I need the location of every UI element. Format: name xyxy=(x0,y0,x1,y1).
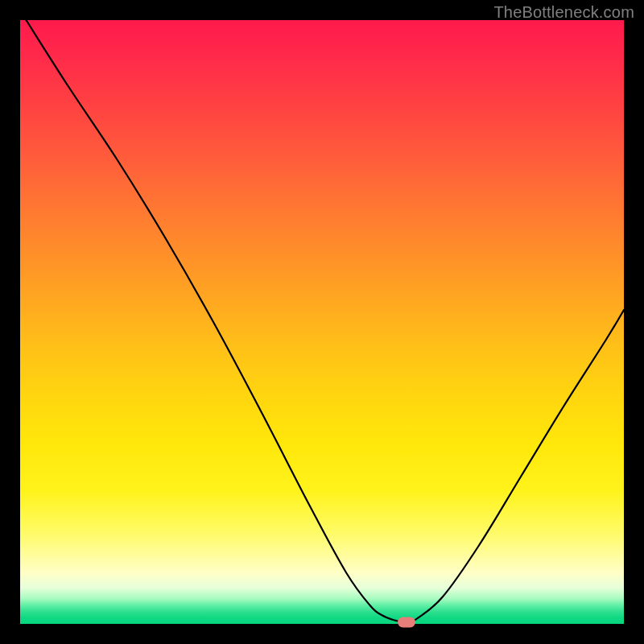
watermark-text: TheBottleneck.com xyxy=(493,3,634,22)
bottleneck-curve xyxy=(27,20,625,622)
optimal-point-marker xyxy=(398,617,415,627)
chart-frame xyxy=(20,20,624,624)
chart-plot xyxy=(20,20,624,624)
